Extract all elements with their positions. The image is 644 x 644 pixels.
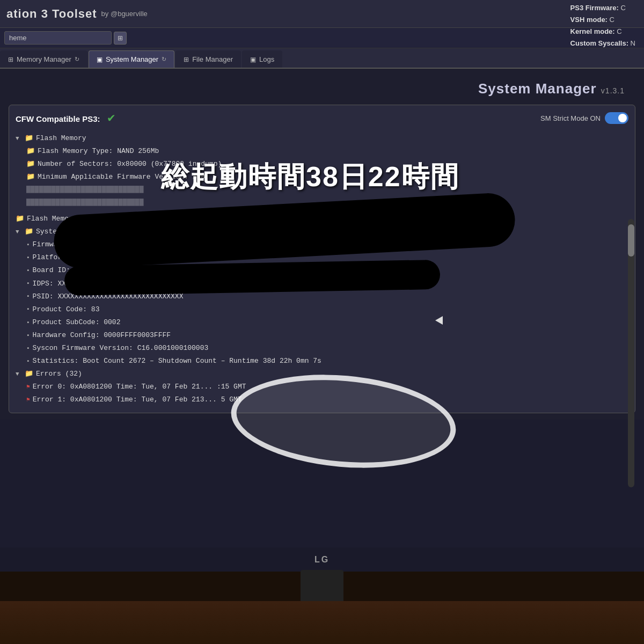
- custom-syscalls-value: N: [631, 39, 635, 47]
- flash-memory-folder-icon: 📁: [25, 132, 33, 145]
- japanese-text-overlay: 総起動時間38日22時間: [161, 158, 459, 196]
- kernel-mode-label: Kernel mode:: [570, 27, 615, 35]
- app-subtitle: by @bguerville: [101, 10, 148, 18]
- system-info-folder-icon: 📁: [25, 225, 33, 238]
- file-manager-icon: ⊞: [184, 56, 189, 63]
- system-manager-icon: ▣: [97, 56, 103, 63]
- tabs-row: ⊞ Memory Manager ↻ ▣ System Manager ↻ ⊞ …: [0, 48, 644, 69]
- errors-arrow: ▼: [16, 369, 22, 379]
- section-header: System Manager v1.3.1: [9, 75, 635, 103]
- product-code-icon: ▪: [26, 304, 30, 314]
- system-manager-refresh-icon: ↻: [162, 56, 166, 63]
- idps-icon: ▪: [26, 278, 30, 289]
- error-0-icon: ⚑: [26, 382, 30, 392]
- search-input[interactable]: [4, 31, 112, 45]
- tab-logs-label: Logs: [259, 55, 274, 63]
- tree-product-subcode: ▪ Product SubCode: 0002: [16, 316, 628, 329]
- platform-id-icon: ▪: [26, 252, 30, 263]
- panel-top: CFW Compatible PS3: ✔ SM Strict Mode ON: [16, 112, 628, 125]
- fw-version-icon: ▪: [26, 239, 30, 250]
- custom-syscalls-label: Custom Syscalls:: [570, 39, 628, 47]
- tab-file-manager[interactable]: ⊞ File Manager: [175, 50, 241, 68]
- psid-icon: ▪: [26, 291, 30, 302]
- min-fw-icon: 📁: [26, 171, 35, 184]
- cfw-status: CFW Compatible PS3: ✔: [16, 112, 116, 125]
- product-subcode-icon: ▪: [26, 317, 30, 328]
- tab-logs[interactable]: ▣ Logs: [242, 50, 282, 68]
- syscon-fw-icon: ▪: [26, 343, 30, 354]
- app-title: ation 3 Toolset: [6, 7, 97, 21]
- tree-product-code: ▪ Product Code: 83: [16, 303, 628, 316]
- tree-flash-type: 📁 Flash Memory Type: NAND 256Mb: [16, 145, 628, 158]
- scrollbar-thumb[interactable]: [628, 224, 634, 257]
- top-right-info: PS3 Firmware: C VSH mode: C Kernel mode:…: [570, 2, 635, 49]
- hw-config-label: Hardware Config: 0000FFFF0003FFFF: [33, 329, 171, 342]
- tree-flash-memory-parent[interactable]: ▼ 📁 Flash Memory: [16, 132, 628, 145]
- board-id-icon: ▪: [26, 265, 30, 276]
- tab-system-manager-label: System Manager: [106, 55, 158, 63]
- search-icon-button[interactable]: ⊞: [114, 32, 127, 45]
- flash-type-icon: 📁: [26, 145, 35, 158]
- flash-patch-icon: 📁: [16, 213, 24, 225]
- syscon-fw-label: Syscon Firmware Version: C16.00010001000…: [33, 342, 209, 355]
- strict-mode-label: SM Strict Mode ON: [540, 114, 601, 122]
- strict-mode-toggle[interactable]: [605, 112, 628, 124]
- sectors-icon: 📁: [26, 158, 35, 171]
- system-info-arrow: ▼: [16, 226, 22, 237]
- error-1-icon: ⚑: [26, 394, 30, 405]
- tab-system-manager[interactable]: ▣ System Manager ↻: [89, 50, 174, 68]
- tab-memory-manager-label: Memory Manager: [17, 55, 71, 63]
- flash-memory-label: Flash Memory: [36, 132, 86, 145]
- ps3-firmware-value: C: [621, 4, 626, 12]
- statistics-label: Statistics: Boot Count 2672 – Shutdown C…: [33, 355, 321, 368]
- search-bar-row: ⊞: [0, 28, 644, 48]
- error-0-label: Error 0: 0xA0801200 Time: Tue, 07 Feb 21…: [33, 380, 246, 393]
- errors-folder-icon: 📁: [25, 368, 33, 380]
- flash-memory-arrow: ▼: [16, 133, 22, 144]
- errors-label: Errors (32): [36, 368, 82, 380]
- mouse-cursor: [435, 316, 443, 325]
- screen: ation 3 Toolset by @bguerville PS3 Firmw…: [0, 0, 644, 547]
- strict-mode-area: SM Strict Mode ON: [540, 112, 628, 124]
- desk-surface: [0, 601, 644, 644]
- product-subcode-label: Product SubCode: 0002: [33, 316, 121, 329]
- product-code-label: Product Code: 83: [33, 303, 100, 316]
- tab-memory-manager[interactable]: ⊞ Memory Manager ↻: [0, 50, 87, 68]
- hw-config-icon: ▪: [26, 330, 30, 341]
- tree-hw-config: ▪ Hardware Config: 0000FFFF0003FFFF: [16, 329, 628, 342]
- tree-statistics: ▪ Statistics: Boot Count 2672 – Shutdown…: [16, 355, 628, 368]
- tab-file-manager-label: File Manager: [192, 55, 233, 63]
- memory-manager-icon: ⊞: [8, 56, 13, 63]
- statistics-icon: ▪: [26, 356, 30, 367]
- scrollbar[interactable]: [628, 219, 634, 487]
- memory-manager-refresh-icon: ↻: [75, 56, 79, 63]
- section-title: System Manager: [478, 80, 597, 97]
- cfw-check: ✔: [107, 112, 116, 124]
- vsh-mode-value: C: [610, 16, 614, 24]
- kernel-mode-value: C: [617, 27, 621, 35]
- cfw-label: CFW Compatible PS3:: [16, 114, 100, 123]
- error-1-label: Error 1: 0xA0801200 Time: Tue, 07 Feb 21…: [33, 393, 242, 406]
- title-bar: ation 3 Toolset by @bguerville PS3 Firmw…: [0, 0, 644, 28]
- vsh-mode-label: VSH mode:: [570, 16, 608, 24]
- flash-type-label: Flash Memory Type: NAND 256Mb: [38, 145, 159, 158]
- tree-syscon-fw: ▪ Syscon Firmware Version: C16.000100010…: [16, 342, 628, 355]
- ps3-firmware-label: PS3 Firmware:: [570, 4, 619, 12]
- logs-icon: ▣: [250, 56, 256, 63]
- section-version: v1.3.1: [601, 86, 625, 95]
